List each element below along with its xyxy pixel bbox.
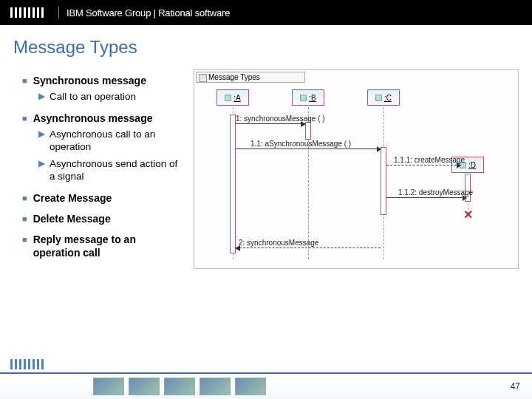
sub-bullet-text: Asynchronous call to an operation — [50, 128, 183, 153]
triangle-bullet-icon: ▶ — [38, 90, 45, 103]
sub-bullet: ▶ Call to an operation — [38, 90, 183, 103]
header-divider — [58, 7, 59, 18]
ibm-footer-logo-icon — [10, 359, 44, 369]
message-label: 1: synchronousMessage ( ) — [236, 115, 325, 123]
bullet-reply: ■ Reply message to an operation call — [22, 233, 183, 259]
square-bullet-icon: ■ — [22, 74, 27, 87]
content-area: ■ Synchronous message ▶ Call to an opera… — [0, 64, 532, 269]
destroy-x-icon: ✕ — [463, 208, 473, 222]
diagram-frame-label: Message Types — [196, 72, 305, 83]
square-bullet-icon: ■ — [22, 212, 27, 225]
triangle-bullet-icon: ▶ — [38, 128, 45, 153]
sub-bullet: ▶ Asynchronous send action of a signal — [38, 157, 183, 183]
class-icon — [225, 95, 231, 101]
class-icon — [375, 95, 382, 101]
bullet-create: ■ Create Message — [22, 191, 183, 205]
bullet-text: Reply message to an operation call — [33, 233, 183, 259]
activation-bar — [230, 115, 236, 253]
lifeline-label: :C — [384, 94, 392, 102]
bullet-text: Delete Message — [33, 212, 111, 225]
message-label: 1.1.1: createMessage — [394, 156, 465, 164]
activation-bar — [381, 147, 386, 215]
header-group-text: IBM Software Group | Rational software — [66, 7, 230, 18]
sub-bullet-text: Asynchronous send action of a signal — [50, 157, 183, 183]
bullet-asynchronous: ■ Asynchronous message — [22, 112, 183, 125]
lifeline-box-a: :A — [216, 89, 249, 106]
lifeline-box-b: :B — [292, 89, 324, 106]
square-bullet-icon: ■ — [22, 233, 27, 259]
class-icon — [300, 95, 307, 101]
message-arrow-destroy — [386, 197, 466, 198]
ibm-logo-icon — [10, 7, 44, 18]
message-arrow-create — [386, 165, 460, 166]
sub-bullet-text: Call to an operation — [50, 90, 136, 103]
lifeline-label: :D — [468, 161, 476, 169]
page-number: 47 — [511, 381, 520, 392]
activation-bar — [305, 122, 311, 140]
slide: IBM Software Group | Rational software M… — [0, 0, 532, 399]
square-bullet-icon: ■ — [22, 112, 27, 125]
bullet-list: ■ Synchronous message ▶ Call to an opera… — [13, 69, 183, 269]
lifeline-label: :B — [309, 94, 316, 102]
page-title: Message Types — [0, 25, 532, 64]
message-label: 1.1.2: destroyMessage — [398, 188, 473, 197]
bullet-text: Create Message — [33, 191, 112, 205]
message-arrow-async — [236, 149, 381, 149]
bullet-text: Asynchronous message — [33, 112, 153, 125]
footer-thumbnails — [93, 378, 266, 395]
message-label: 1.1: aSynchronousMessage ( ) — [250, 140, 351, 148]
footer-thumbnail-icon — [200, 378, 231, 395]
bullet-synchronous: ■ Synchronous message — [22, 74, 183, 87]
square-bullet-icon: ■ — [22, 191, 27, 205]
footer-bar: 47 — [0, 372, 532, 399]
triangle-bullet-icon: ▶ — [38, 157, 45, 183]
message-arrow-reply — [236, 248, 381, 248]
footer-thumbnail-icon — [164, 378, 195, 395]
header-bar: IBM Software Group | Rational software — [0, 0, 532, 25]
lifeline-label: :A — [233, 94, 240, 102]
message-arrow-sync — [236, 123, 305, 124]
message-label: 2: synchronousMessage — [239, 239, 318, 247]
sequence-diagram: Message Types :A :B :C :D 1: synchronous… — [194, 69, 519, 269]
footer-thumbnail-icon — [93, 378, 124, 395]
footer-thumbnail-icon — [235, 378, 266, 395]
footer-thumbnail-icon — [129, 378, 160, 395]
lifeline-box-c: :C — [367, 89, 400, 106]
sub-bullet: ▶ Asynchronous call to an operation — [38, 128, 183, 153]
bullet-delete: ■ Delete Message — [22, 212, 183, 225]
bullet-text: Synchronous message — [33, 74, 146, 87]
